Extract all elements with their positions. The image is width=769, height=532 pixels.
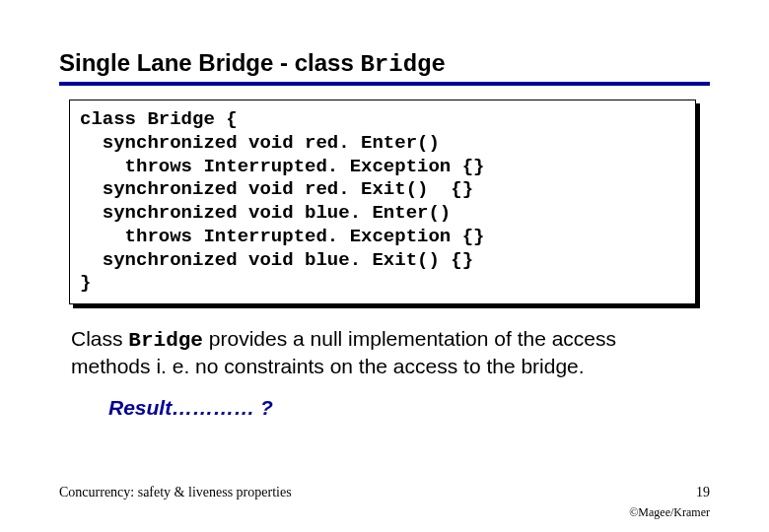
code-block-shadow: class Bridge { synchronized void red. En… [73,103,700,308]
result-text: Result………… ? [108,396,710,420]
footer-left: Concurrency: safety & liveness propertie… [59,485,292,500]
title-text: Single Lane Bridge - class [59,49,360,76]
title-class-name: Bridge [360,51,445,78]
footer: Concurrency: safety & liveness propertie… [59,485,710,500]
page-number: 19 [696,485,710,500]
code-block: class Bridge { synchronized void red. En… [69,100,696,304]
body-paragraph: Class Bridge provides a null implementat… [71,326,698,380]
slide-title: Single Lane Bridge - class Bridge [59,49,710,78]
copyright: ©Magee/Kramer [629,505,710,520]
body-pre: Class [71,327,128,350]
body-class-name: Bridge [128,329,203,352]
title-underline [59,82,710,86]
slide: Single Lane Bridge - class Bridge class … [0,0,769,420]
